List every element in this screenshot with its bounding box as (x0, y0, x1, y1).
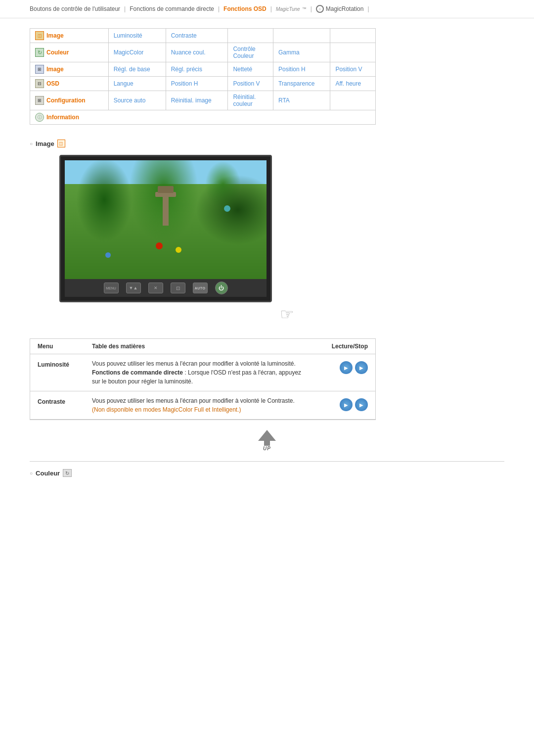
up-arrow[interactable]: UP (258, 430, 276, 451)
image-label-1[interactable]: Image (46, 32, 64, 39)
position-h-cell[interactable]: Position H (273, 62, 330, 77)
nav-user-controls[interactable]: Boutons de contrôle de l'utilisateur (30, 5, 120, 12)
up-arrow-container: UP (30, 430, 504, 451)
table-row-contraste: Contraste Vous pouvez utiliser les menus… (30, 391, 375, 420)
table-des-matieres: Menu Table des matières Lecture/Stop Lum… (30, 338, 376, 420)
menu-button[interactable]: MENU (104, 283, 119, 293)
table-row: ⓘ Information (30, 110, 376, 125)
transparence-link[interactable]: Transparence (278, 80, 315, 87)
monitor-frame: MENU ▼▲ ✕ ⊡ AUTO ⏻ (59, 155, 272, 302)
auto-adj-button[interactable]: ✕ (148, 283, 163, 293)
up-arrow-base (264, 441, 270, 446)
information-label[interactable]: Information (46, 114, 79, 121)
position-v2-cell[interactable]: Position V (228, 77, 273, 91)
position-h2-cell[interactable]: Position H (166, 77, 228, 91)
reinit-image-link[interactable]: Réinitial. image (171, 97, 212, 104)
col-menu-header: Menu (38, 343, 92, 350)
nettete-cell[interactable]: Netteté (228, 62, 273, 77)
rotation-icon: ○ (316, 5, 324, 13)
luminosite-link[interactable]: Luminosité (114, 32, 142, 39)
nav-magicrotation[interactable]: ○ MagicRotation (316, 5, 364, 13)
balloon-blue (105, 252, 111, 258)
garden-background (65, 160, 267, 279)
osd-label[interactable]: OSD (46, 80, 59, 87)
nav-separator-4: | (311, 5, 312, 12)
nav-magictune[interactable]: MagicTune ™ (276, 6, 307, 12)
col-actions-header: Lecture/Stop (309, 343, 368, 350)
nav-separator-1: | (124, 5, 126, 12)
contraste-row-label: Contraste (38, 396, 92, 405)
nav-osd-functions[interactable]: Fonctions OSD (223, 5, 267, 12)
configuration-label[interactable]: Configuration (46, 97, 86, 104)
play-button-1[interactable]: ▶ (340, 361, 353, 374)
position-v-cell[interactable]: Position V (330, 62, 376, 77)
image-label-2[interactable]: Image (46, 66, 64, 73)
nav-button[interactable]: ▼▲ (126, 283, 141, 293)
position-v2-link[interactable]: Position V (233, 80, 260, 87)
nettete-link[interactable]: Netteté (233, 66, 252, 73)
config-icon: ⊞ (35, 96, 44, 105)
rta-link[interactable]: RTA (278, 97, 290, 104)
play-button-3[interactable]: ▶ (340, 398, 353, 411)
table-header-row: Menu Table des matières Lecture/Stop (30, 339, 375, 354)
langue-link[interactable]: Langue (114, 80, 134, 87)
couleur-section: ○ Couleur ↻ (30, 469, 504, 477)
contraste-link[interactable]: Contraste (171, 32, 197, 39)
regl-precis-link[interactable]: Régl. précis (171, 66, 202, 73)
reinit-image-cell[interactable]: Réinitial. image (166, 91, 228, 110)
info-icon: ⓘ (35, 113, 44, 122)
contraste-row-content: Vous pouvez utiliser les menus à l'écran… (92, 396, 309, 414)
source-auto-cell[interactable]: Source auto (108, 91, 166, 110)
nav-direct-functions[interactable]: Fonctions de commande directe (130, 5, 214, 12)
menu-cell-info: ⓘ Information (30, 110, 376, 125)
controle-couleur-link[interactable]: ContrôleCouleur (233, 46, 255, 59)
table-row: ⊞ Image Régl. de base Régl. précis Nette… (30, 62, 376, 77)
luminosite-cell[interactable]: Luminosité (108, 29, 166, 43)
balloon-red (156, 242, 163, 249)
image-icon-1: ◫ (35, 31, 44, 40)
col-content-header: Table des matières (92, 343, 309, 350)
position-h-link[interactable]: Position H (278, 66, 306, 73)
couleur-icon: ↻ (35, 48, 44, 57)
nav-separator-3: | (270, 5, 272, 12)
table-row: ⊞ Configuration Source auto Réinitial. i… (30, 91, 376, 110)
langue-cell[interactable]: Langue (108, 77, 166, 91)
gamma-cell[interactable]: Gamma (273, 43, 330, 62)
play-button-4[interactable]: ▶ (355, 398, 368, 411)
top-navigation: Boutons de contrôle de l'utilisateur | F… (0, 0, 534, 18)
contraste-cell[interactable]: Contraste (166, 29, 228, 43)
magiccolor-link[interactable]: MagicColor (114, 49, 144, 56)
regl-precis-cell[interactable]: Régl. précis (166, 62, 228, 77)
up-arrow-triangle (258, 430, 276, 441)
power-button[interactable]: ⏻ (215, 282, 228, 294)
transparence-cell[interactable]: Transparence (273, 77, 330, 91)
nav-separator-5: | (367, 5, 369, 12)
nav-separator-2: | (218, 5, 220, 12)
magictune-tm: ™ (302, 6, 307, 11)
position-h2-link[interactable]: Position H (171, 80, 198, 87)
gamma-link[interactable]: Gamma (278, 49, 300, 56)
play-button-2[interactable]: ▶ (355, 361, 368, 374)
table-row-luminosite: Luminosité Vous pouvez utiliser les menu… (30, 354, 375, 391)
couleur-label[interactable]: Couleur (46, 49, 69, 56)
osd-icon: ⊟ (35, 79, 44, 88)
nuance-link[interactable]: Nuance coul. (171, 49, 206, 56)
auto-button[interactable]: AUTO (193, 283, 208, 293)
source-button[interactable]: ⊡ (171, 283, 185, 293)
main-content: ◫ Image Luminosité Contraste ↻ Couleur (0, 18, 534, 487)
couleur-section-title: Couleur (36, 470, 60, 477)
rta-cell[interactable]: RTA (273, 91, 330, 110)
reinit-couleur-cell[interactable]: Réinitial.couleur (228, 91, 273, 110)
controle-couleur-cell[interactable]: ContrôleCouleur (228, 43, 273, 62)
nuance-cell[interactable]: Nuance coul. (166, 43, 228, 62)
empty-3 (330, 29, 376, 43)
regl-base-cell[interactable]: Régl. de base (108, 62, 166, 77)
image-section-icon: ◫ (57, 140, 65, 147)
aff-heure-link[interactable]: Aff. heure (335, 80, 361, 87)
source-auto-link[interactable]: Source auto (114, 97, 146, 104)
regl-base-link[interactable]: Régl. de base (114, 66, 150, 73)
position-v-link[interactable]: Position V (335, 66, 362, 73)
reinit-couleur-link[interactable]: Réinitial.couleur (233, 94, 256, 107)
aff-heure-cell[interactable]: Aff. heure (330, 77, 376, 91)
magiccolor-cell[interactable]: MagicColor (108, 43, 166, 62)
